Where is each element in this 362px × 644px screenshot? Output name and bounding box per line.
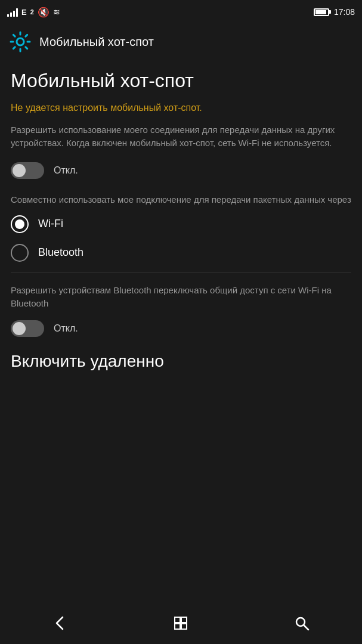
bluetooth-radio-button[interactable] xyxy=(11,244,29,262)
bt-toggle-knob xyxy=(13,322,26,335)
back-button[interactable] xyxy=(42,605,78,641)
wifi-icon: ≋ xyxy=(53,7,60,17)
wifi-radio-button[interactable] xyxy=(11,215,29,233)
mute-icon: 🔇 xyxy=(38,7,49,18)
page-title: Мобильный хот-спот xyxy=(11,69,351,92)
svg-rect-1 xyxy=(175,617,180,623)
network-type: E xyxy=(21,8,27,17)
bluetooth-radio-option[interactable]: Bluetooth xyxy=(11,244,351,262)
toggle-knob xyxy=(13,164,26,177)
hotspot-description: Разрешить использование моего соединения… xyxy=(11,123,351,150)
hotspot-toggle[interactable] xyxy=(11,162,44,179)
bt-toggle-label: Откл. xyxy=(54,323,78,334)
svg-line-6 xyxy=(304,625,308,630)
battery-icon xyxy=(314,8,329,16)
signal-icon xyxy=(7,7,18,17)
bt-toggle[interactable] xyxy=(11,320,44,337)
status-left: E 2 🔇 ≋ xyxy=(7,7,60,18)
back-icon xyxy=(52,615,69,631)
search-icon xyxy=(293,615,310,631)
time-display: 17:08 xyxy=(334,7,355,17)
divider xyxy=(11,273,351,273)
status-right: 17:08 xyxy=(314,7,355,17)
wifi-radio-option[interactable]: Wi-Fi xyxy=(11,215,351,233)
search-button[interactable] xyxy=(284,605,320,641)
bluetooth-radio-label: Bluetooth xyxy=(38,246,83,259)
status-bar: E 2 🔇 ≋ 17:08 xyxy=(0,0,362,24)
gear-icon xyxy=(10,31,31,52)
home-icon xyxy=(172,615,189,631)
bottom-nav xyxy=(0,602,362,644)
bt-section-description: Разрешить устройствам Bluetooth переключ… xyxy=(11,284,351,311)
remote-title: Включить удаленно xyxy=(11,351,351,371)
svg-rect-3 xyxy=(175,624,180,629)
remote-section: Включить удаленно xyxy=(11,351,351,371)
home-button[interactable] xyxy=(163,605,199,641)
error-message: Не удается настроить мобильный хот-спот. xyxy=(11,101,351,114)
app-header: Мобильный хот-спот xyxy=(0,24,362,60)
svg-point-0 xyxy=(17,38,24,45)
svg-rect-4 xyxy=(181,624,187,629)
wifi-radio-label: Wi-Fi xyxy=(38,218,63,230)
hotspot-toggle-row: Откл. xyxy=(11,162,351,179)
main-content: Мобильный хот-спот Не удается настроить … xyxy=(0,60,362,371)
header-title: Мобильный хот-спот xyxy=(39,35,154,49)
hotspot-toggle-label: Откл. xyxy=(54,165,78,176)
sim2-indicator: 2 xyxy=(30,8,34,16)
share-section-label: Совместно использовать мое подключение д… xyxy=(11,193,351,206)
svg-rect-2 xyxy=(181,617,187,623)
bt-toggle-row: Откл. xyxy=(11,320,351,337)
